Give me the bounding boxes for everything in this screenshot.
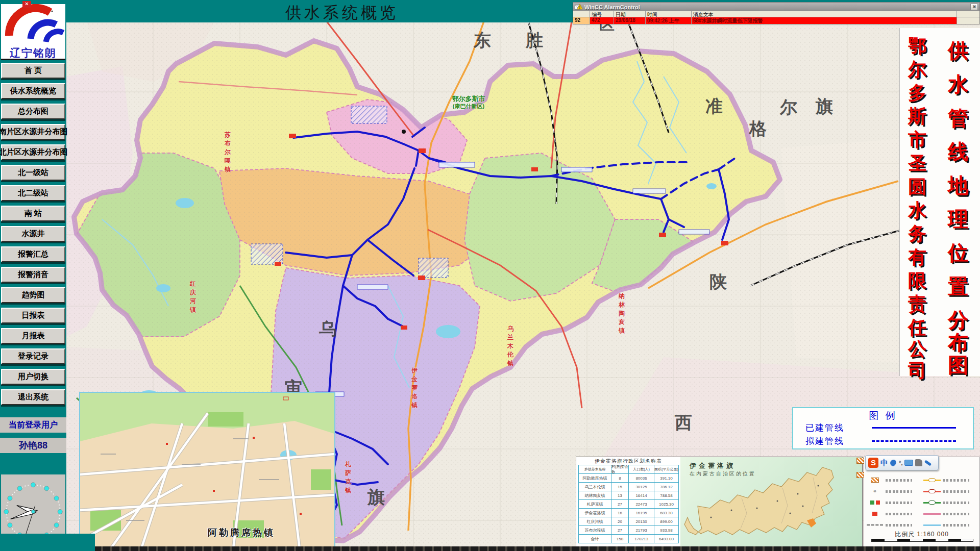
alarm-icon (575, 4, 582, 10)
ime-settings-icon[interactable] (924, 460, 932, 466)
sidebar-nav-button[interactable]: 趋势图 (1, 287, 65, 303)
alarm-row-time: 09:42:26 上午 (646, 17, 692, 24)
alarm-col-number[interactable]: 编号 (590, 11, 614, 17)
alarm-row-date: 29/09/18 (614, 17, 646, 24)
banner-char: 限 (904, 268, 930, 293)
banner-char: 地 (945, 171, 971, 199)
map-town-label: 纳林陶亥镇 (619, 292, 625, 335)
alarm-col-date[interactable]: 日期 (614, 11, 646, 17)
city-name: 鄂尔多斯市 (438, 95, 499, 103)
sidebar-nav-button[interactable]: 月报表 (1, 328, 65, 344)
banner-char: 管 (945, 104, 971, 132)
banner-char: 水 (945, 70, 971, 98)
banner-char: 责 (904, 292, 930, 317)
alarm-col-time[interactable]: 时间 (646, 11, 692, 17)
map-town-label: 伊金霍洛镇 (411, 366, 418, 410)
ime-mode-toggle[interactable]: 中 (880, 458, 888, 468)
sidebar-nav-button[interactable]: 日报表 (1, 308, 65, 323)
legend-built-label: 已建管线 (805, 422, 872, 434)
sidebar-nav-label: 日报表 (22, 311, 45, 320)
banner-char: 多 (904, 81, 930, 106)
admin-table-row: 纳林陶亥镇 13 16414 788.58 (579, 491, 679, 500)
alarm-row[interactable]: 92 472 29/09/18 09:42:26 上午 58#水源井瞬时流量低下… (573, 17, 979, 24)
sidebar-nav-label: 北二级站 (18, 188, 48, 198)
sidebar-nav-label: 供水系统概览 (10, 86, 56, 96)
sidebar-nav: 首 页 供水系统概览 总分布图 南片区水源井分布图 北片区水源井分布图 北一级站… (0, 63, 66, 410)
scada-screen: 杭 锦 旗 东 胜 区 准 格 尔 旗 乌 审 旗 陕 西 苏布尔嘎镇 红庆河镇… (0, 0, 980, 551)
sidebar-nav-label: 首 页 (24, 66, 42, 76)
banner-char: 务 (904, 221, 930, 246)
alarm-title-bar[interactable]: WinCC AlarmControl ✕ (573, 3, 979, 11)
city-label: 鄂尔多斯市 (康巴什新区) (438, 95, 499, 110)
legend-planned-line (872, 440, 956, 442)
sidebar-nav-label: 报警汇总 (18, 249, 48, 259)
sidebar-nav-label: 退出系统 (18, 392, 48, 402)
banner-char: 圣 (904, 151, 930, 176)
legend-title: 图 例 (793, 409, 973, 422)
legend-planned-label: 拟建管线 (805, 435, 872, 447)
banner-char: 鄂 (904, 34, 930, 59)
alarm-row-number: 472 (590, 17, 614, 24)
tray-icon[interactable] (856, 458, 864, 464)
logo-company-name: 辽宁铭朗 (1, 46, 65, 60)
sidebar-nav-label: 登录记录 (18, 352, 48, 361)
admin-table-row: 红庆河镇 20 20130 899.00 (579, 517, 679, 526)
sidebar-nav-label: 水源井 (22, 229, 45, 239)
banner-char: 圆 (904, 174, 930, 199)
sidebar-nav-button[interactable]: 用户切换 (1, 369, 65, 385)
banner-char: 线 (945, 138, 971, 166)
map-region-char: 格 (749, 117, 767, 141)
inset-town-label: 阿勒腾席热镇 (208, 527, 275, 539)
city-inset-canvas (80, 393, 334, 548)
sidebar-nav-button[interactable]: 供水系统概览 (1, 83, 65, 99)
sidebar-nav-button[interactable]: 北二级站 (1, 185, 65, 201)
sidebar-nav-button[interactable]: 报警消音 (1, 267, 65, 283)
scale-bar (871, 539, 973, 542)
map-region-char: 东 (474, 29, 491, 53)
sidebar-nav-button[interactable]: 登录记录 (1, 348, 65, 364)
map-town-label: 红庆河镇 (190, 280, 197, 314)
ime-punct-toggle[interactable]: °, (899, 460, 902, 466)
map-region-char: 乌 (319, 317, 336, 341)
ime-skin-icon[interactable] (915, 459, 922, 466)
sidebar-nav-button[interactable]: 南片区水源井分布图 (1, 124, 65, 140)
ime-fullhalf-icon[interactable] (890, 460, 897, 466)
page-title: 供水系统概览 (66, 2, 618, 23)
map-neatline (66, 546, 980, 551)
legend-built-line (872, 427, 956, 429)
sidebar-nav-button[interactable]: 北片区水源井分布图 (1, 144, 65, 160)
ime-softkeyboard-icon[interactable] (904, 460, 913, 466)
tray-icon[interactable] (856, 472, 864, 478)
map-region-char: 胜 (526, 29, 543, 53)
banner-char: 市 (904, 128, 930, 153)
map-region-char: 陕 (709, 270, 727, 294)
banner-char: 司 (904, 358, 930, 383)
ime-logo-icon[interactable]: S (868, 458, 878, 468)
sidebar-nav-button[interactable]: 退出系统 (1, 389, 65, 405)
map-region-char: 旗 (816, 95, 833, 118)
alarm-col-message[interactable]: 消息文本 (692, 11, 957, 17)
banner-char: 尔 (904, 57, 930, 82)
admin-table-row: 札萨克镇 27 22473 1025.30 (579, 500, 679, 509)
logo-swoosh-icon (1, 4, 65, 45)
sidebar-nav-button[interactable]: 首 页 (1, 63, 65, 79)
sidebar-nav-label: 南片区水源井分布图 (0, 127, 68, 137)
sidebar-nav-button[interactable]: 北一级站 (1, 165, 65, 181)
alarm-close-button[interactable]: ✕ (970, 4, 978, 10)
sidebar-nav-button[interactable]: 南 站 (1, 206, 65, 221)
sidebar-nav-label: 月报表 (22, 331, 45, 341)
alarm-window-title: WinCC AlarmControl (584, 4, 970, 10)
logo: 辽宁铭朗 (1, 4, 65, 60)
sidebar-nav-button[interactable]: 总分布图 (1, 104, 65, 119)
ime-toolbar: S 中 °, (865, 455, 939, 470)
sidebar-nav-button[interactable]: 报警汇总 (1, 246, 65, 262)
admin-table-row: 阿勒腾席热镇 8 80036 391.10 (579, 474, 679, 483)
city-subname: (康巴什新区) (438, 103, 499, 110)
banner-char: 理 (945, 205, 971, 233)
app-close-icon[interactable]: ✕ (22, 1, 31, 8)
city-inset-map: 阿勒腾席热镇 (79, 392, 335, 549)
sidebar-footer (0, 534, 95, 551)
admin-table-row: 合计 158 170213 6493.00 (579, 535, 679, 543)
sidebar-nav-button[interactable]: 水源井 (1, 226, 65, 242)
inner-mongolia-map (680, 457, 863, 551)
